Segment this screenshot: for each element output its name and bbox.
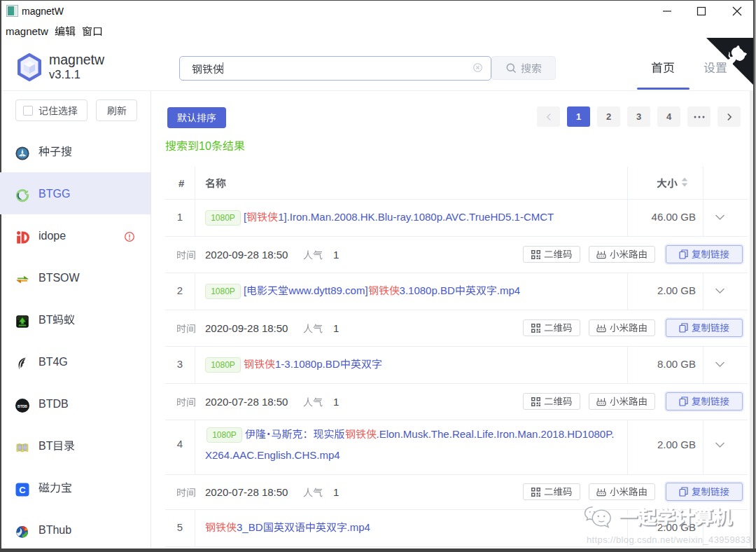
- svg-text:BTDB: BTDB: [18, 404, 27, 408]
- svg-text:C: C: [19, 485, 26, 495]
